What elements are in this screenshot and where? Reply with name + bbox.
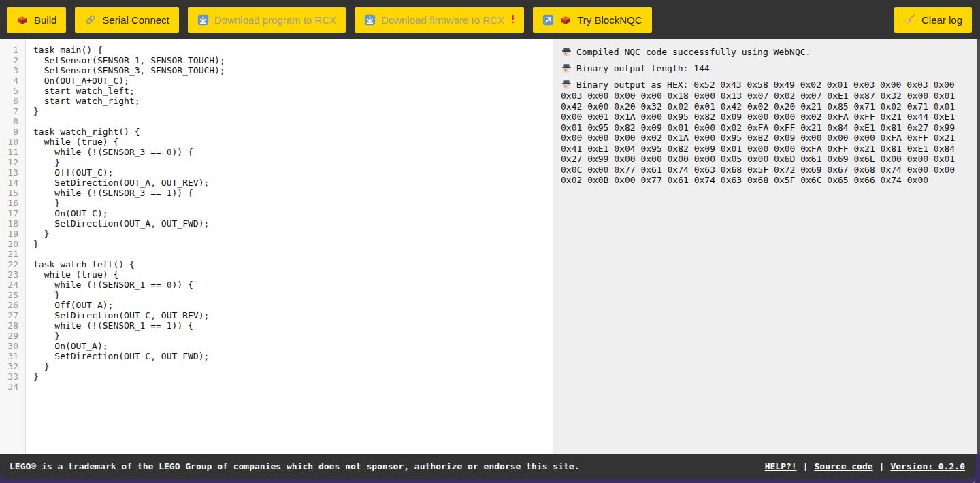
code-line: SetSensor(SENSOR_3, SENSOR_TOUCH);: [33, 65, 553, 76]
line-number: 17: [0, 208, 18, 218]
line-number: 18: [0, 218, 18, 229]
try-blocknqc-button[interactable]: Try BlockNQC: [533, 7, 651, 33]
log-entry: Binary output length: 144: [561, 63, 970, 74]
line-number: 23: [0, 269, 18, 280]
download-firmware-button-label: Download firmware to RCX: [381, 14, 504, 26]
line-number: 16: [0, 198, 18, 208]
build-button[interactable]: Build: [7, 7, 66, 33]
line-number: 11: [0, 147, 18, 157]
line-number-gutter: 1234567891011121314151617181920212223242…: [0, 39, 26, 454]
code-line: }: [33, 229, 553, 239]
line-number: 7: [0, 106, 18, 116]
clear-log-button[interactable]: Clear log: [894, 7, 972, 33]
line-number: 27: [0, 310, 18, 320]
code-line: On(OUT_A+OUT_C);: [33, 76, 553, 86]
log-entry-text: Compiled NQC code successfully using Web…: [576, 47, 811, 57]
line-number: 13: [0, 167, 18, 178]
line-number: 15: [0, 188, 18, 198]
download-program-button[interactable]: Download program to RCX: [188, 7, 346, 33]
code-line: SetDirection(OUT_A, OUT_FWD);: [33, 218, 553, 229]
download-firmware-button[interactable]: Download firmware to RCX !: [355, 7, 524, 33]
brick-icon: [559, 14, 572, 26]
line-number: 28: [0, 320, 18, 331]
detective-icon: [561, 63, 572, 74]
link-separator: |: [879, 461, 885, 471]
log-entry-text: Binary output length: 144: [576, 63, 710, 73]
footer: LEGO® is a trademark of the LEGO Group o…: [0, 454, 976, 479]
code-line: On(OUT_C);: [33, 208, 553, 218]
code-line: Off(OUT_C);: [33, 167, 553, 178]
code-line: SetDirection(OUT_C, OUT_REV);: [33, 310, 553, 320]
line-number: 9: [0, 127, 18, 137]
line-number: 31: [0, 351, 18, 361]
code-line: }: [33, 198, 553, 208]
code-line: [33, 249, 553, 259]
log-panel[interactable]: Compiled NQC code successfully using Web…: [553, 39, 976, 449]
clear-log-button-label: Clear log: [921, 14, 962, 26]
download-arrow-icon: [197, 14, 209, 26]
code-content[interactable]: task main() { SetSensor(SENSOR_1, SENSOR…: [26, 39, 553, 454]
line-number: 29: [0, 331, 18, 341]
code-line: SetDirection(OUT_C, OUT_FWD);: [33, 351, 553, 361]
scrollbar-track[interactable]: [977, 39, 980, 454]
serial-connect-button[interactable]: Serial Connect: [75, 7, 178, 33]
main-area: 1234567891011121314151617181920212223242…: [0, 39, 980, 454]
line-number: 33: [0, 371, 18, 382]
line-number: 21: [0, 249, 18, 259]
code-line: while (!(SENSOR_3 == 0)) {: [33, 147, 553, 157]
code-editor[interactable]: 1234567891011121314151617181920212223242…: [0, 39, 553, 454]
code-line: [33, 382, 553, 392]
detective-icon: [561, 79, 572, 90]
code-line: On(OUT_A);: [33, 341, 553, 351]
line-number: 30: [0, 341, 18, 351]
line-number: 19: [0, 229, 18, 239]
log-entry: Compiled NQC code successfully using Web…: [561, 46, 970, 58]
line-number: 2: [0, 55, 18, 65]
build-button-label: Build: [34, 14, 56, 26]
code-line: task watch_right() {: [33, 127, 553, 137]
code-line: }: [33, 361, 553, 371]
source-code-link[interactable]: Source code: [815, 461, 873, 471]
code-line: start watch_right;: [33, 96, 553, 106]
download-arrow-icon: [364, 14, 376, 26]
code-line: SetSensor(SENSOR_1, SENSOR_TOUCH);: [33, 55, 553, 65]
brick-icon: [16, 14, 29, 26]
serial-connect-button-label: Serial Connect: [102, 14, 169, 26]
line-number: 20: [0, 239, 18, 249]
code-line: task watch_left() {: [33, 259, 553, 269]
resize-grip-icon[interactable]: [966, 479, 976, 483]
code-line: Off(OUT_A);: [33, 300, 553, 310]
line-number: 32: [0, 361, 18, 371]
try-blocknqc-button-label: Try BlockNQC: [577, 14, 642, 26]
code-line: [33, 116, 553, 127]
code-line: }: [33, 371, 553, 382]
code-line: }: [33, 290, 553, 300]
line-number: 8: [0, 116, 18, 127]
code-line: while (true) {: [33, 269, 553, 280]
log-entry-text: Binary output as HEX: 0x52 0x43 0x58 0x4…: [561, 80, 955, 185]
line-number: 14: [0, 178, 18, 188]
link-icon: [84, 14, 97, 26]
code-line: while (!(SENSOR_1 == 0)) {: [33, 280, 553, 290]
code-line: }: [33, 157, 553, 167]
code-line: while (!(SENSOR_3 == 1)) {: [33, 188, 553, 198]
line-number: 1: [0, 45, 18, 55]
code-line: SetDirection(OUT_A, OUT_REV);: [33, 178, 553, 188]
line-number: 12: [0, 157, 18, 167]
code-line: }: [33, 106, 553, 116]
external-arrow-icon: [542, 14, 554, 26]
help-link[interactable]: HELP?!: [765, 461, 797, 471]
code-line: }: [33, 331, 553, 341]
line-number: 5: [0, 86, 18, 96]
line-number: 25: [0, 290, 18, 300]
line-number: 4: [0, 76, 18, 86]
line-number: 3: [0, 65, 18, 76]
exclamation-icon: !: [511, 14, 514, 26]
line-number: 26: [0, 300, 18, 310]
code-line: while (!(SENSOR_1 == 1)) {: [33, 320, 553, 331]
detective-icon: [561, 46, 572, 58]
code-line: start watch_left;: [33, 86, 553, 96]
version-link[interactable]: Version: 0.2.0: [890, 461, 965, 471]
toolbar: Build Serial Connect Download program to…: [0, 0, 980, 39]
code-line: while (true) {: [33, 137, 553, 147]
